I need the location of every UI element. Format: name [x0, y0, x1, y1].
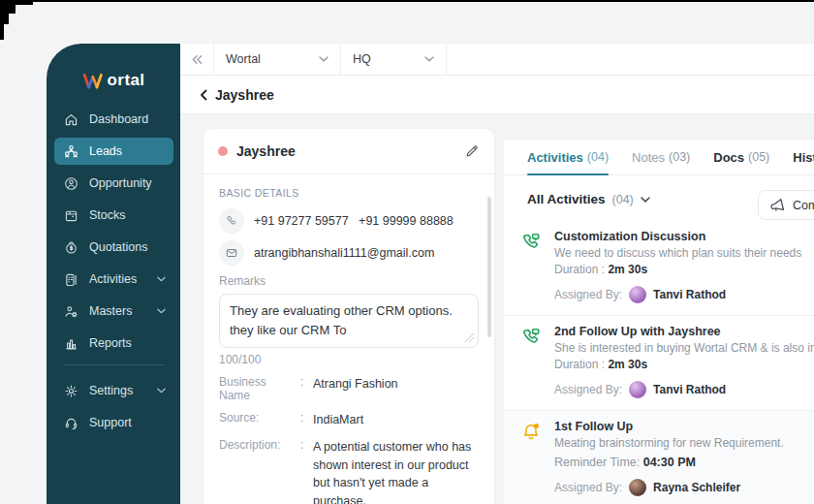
- sidebar-item-opportunity[interactable]: Opportunity: [54, 170, 173, 197]
- meta-value: 2m 30s: [608, 263, 647, 276]
- lead-phone-numbers: +91 97277 59577 +91 99999 88888: [254, 214, 454, 228]
- home-icon: [62, 110, 79, 128]
- sidebar-item-quotations[interactable]: Quotations: [54, 234, 173, 261]
- chevron-down-icon: [157, 308, 166, 314]
- avatar: [629, 381, 646, 398]
- activities-filter-dropdown[interactable]: All Activities (04): [527, 192, 791, 206]
- chevron-down-icon: [641, 197, 650, 203]
- sidebar-item-label: Settings: [89, 384, 133, 397]
- lead-card-header: Jayshree: [204, 129, 494, 174]
- sidebar-nav: Dashboard Leads Opportunity Stocks: [47, 98, 180, 436]
- bar-chart-icon: [62, 334, 79, 352]
- sidebar-item-label: Dashboard: [89, 112, 148, 126]
- logo-w-icon: [82, 72, 106, 90]
- field-label: Business Name: [219, 375, 300, 402]
- back-button[interactable]: [200, 89, 207, 101]
- activity-item-2nd-follow-up[interactable]: 2nd Follow Up with Jayshree She is inter…: [504, 316, 814, 411]
- remarks-label: Remarks: [219, 274, 479, 288]
- assignee-name: Tanvi Rathod: [653, 383, 726, 396]
- sidebar-item-label: Opportunity: [89, 176, 152, 190]
- reminder-bell-icon: [519, 421, 543, 444]
- sidebar-item-leads[interactable]: Leads: [54, 138, 173, 165]
- lead-email-row: atrangibhanshali1111@gmail.com: [219, 240, 479, 266]
- screen-artifact-top-bar: [0, 0, 814, 2]
- tab-label: History: [793, 150, 814, 165]
- lead-phone-row: +91 97277 59577 +91 99999 88888: [219, 208, 479, 234]
- sidebar-item-dashboard[interactable]: Dashboard: [54, 106, 173, 133]
- basic-details-heading: BASIC DETAILS: [219, 187, 479, 199]
- card-scrollbar[interactable]: [487, 197, 491, 337]
- assigned-label: Assigned By:: [554, 481, 622, 494]
- tab-label: Activities: [527, 150, 583, 165]
- tab-notes[interactable]: Notes (03): [632, 140, 690, 174]
- activity-title: 1st Follow Up: [554, 420, 814, 433]
- headset-icon: [62, 414, 79, 431]
- avatar: [629, 286, 646, 303]
- sidebar-item-support[interactable]: Support: [54, 409, 173, 436]
- money-bag-icon: [62, 238, 79, 256]
- activity-meta: Reminder Time: 04:30 PM: [554, 456, 814, 469]
- filter-count: (04): [612, 193, 634, 206]
- sidebar-item-masters[interactable]: Masters: [54, 298, 173, 325]
- sidebar-item-activities[interactable]: Activities: [54, 266, 173, 293]
- activity-meta: Duration : 2m 30s: [554, 263, 814, 276]
- sidebar-item-reports[interactable]: Reports: [54, 330, 173, 357]
- organization-select[interactable]: Wortal: [214, 44, 340, 75]
- checklist-icon: [62, 270, 79, 288]
- person-gear-icon: [62, 302, 79, 320]
- field-value: IndiaMart: [313, 411, 479, 429]
- communication-button-label: Communication: [793, 199, 814, 212]
- page-title: Jayshree: [215, 87, 274, 103]
- envelope-icon: [219, 240, 244, 266]
- tab-count: (05): [748, 150, 769, 164]
- sidebar-item-stocks[interactable]: Stocks: [54, 202, 173, 229]
- branch-select[interactable]: HQ: [341, 44, 446, 75]
- assignee-name: Rayna Schleifer: [653, 481, 740, 494]
- lead-status-dot: [218, 146, 228, 156]
- screen-artifact-step: [0, 5, 16, 14]
- activity-item-customization-discussion[interactable]: Customization Discussion We need to disc…: [504, 221, 814, 316]
- tab-activities[interactable]: Activities (04): [527, 140, 609, 174]
- leads-icon: [62, 142, 79, 160]
- tab-history[interactable]: History (04): [793, 140, 814, 174]
- sidebar-item-label: Leads: [89, 144, 122, 158]
- communication-button[interactable]: Communication: [758, 190, 814, 220]
- megaphone-icon: [769, 198, 785, 213]
- field-value: Atrangi Fashion: [313, 375, 479, 402]
- edit-lead-button[interactable]: [464, 143, 480, 159]
- activity-item-1st-follow-up[interactable]: 1st Follow Up Meating brainstorming for …: [504, 411, 814, 504]
- field-label: Description:: [219, 438, 300, 504]
- chevron-left-icon: [200, 89, 207, 101]
- field-value: A potential customer who has shown inter…: [313, 438, 479, 504]
- tab-docs[interactable]: Docs (05): [713, 140, 769, 174]
- resize-handle-icon[interactable]: [465, 333, 474, 342]
- sidebar-collapse-button[interactable]: [180, 44, 213, 75]
- assignee-name: Tanvi Rathod: [653, 288, 726, 301]
- sidebar-item-label: Activities: [89, 272, 137, 286]
- meta-label: Reminder Time:: [554, 456, 640, 469]
- activity-meta: Duration : 2m 30s: [554, 358, 814, 371]
- breadcrumb: Jayshree: [180, 76, 814, 114]
- remarks-textarea[interactable]: They are evaluating other CRM options. t…: [219, 294, 479, 348]
- field-separator: :: [300, 375, 313, 402]
- call-activity-icon: [519, 231, 543, 254]
- phone-icon: [219, 208, 244, 234]
- remarks-field-wrap: They are evaluating other CRM options. t…: [219, 294, 479, 348]
- topbar-separator: [446, 44, 447, 75]
- chevron-down-icon: [157, 276, 166, 282]
- sidebar-divider: [64, 364, 164, 365]
- chevron-down-icon: [424, 56, 434, 62]
- assigned-row: Assigned By: Rayna Schleifer: [554, 479, 814, 496]
- field-row-business-name: Business Name : Atrangi Fashion: [219, 375, 479, 402]
- lead-name: Jayshree: [236, 143, 455, 159]
- person-circle-icon: [62, 174, 79, 192]
- activity-title: Customization Discussion: [554, 230, 814, 243]
- sidebar-item-settings[interactable]: Settings: [54, 377, 173, 404]
- wortal-logo: ortal: [47, 63, 180, 98]
- activity-list: Customization Discussion We need to disc…: [504, 221, 814, 504]
- meta-value: 04:30 PM: [643, 456, 696, 469]
- sidebar-item-label: Quotations: [89, 240, 147, 254]
- tab-label: Docs: [713, 150, 744, 165]
- screen-artifact-step: [0, 24, 4, 40]
- filter-label: All Activities: [527, 192, 606, 206]
